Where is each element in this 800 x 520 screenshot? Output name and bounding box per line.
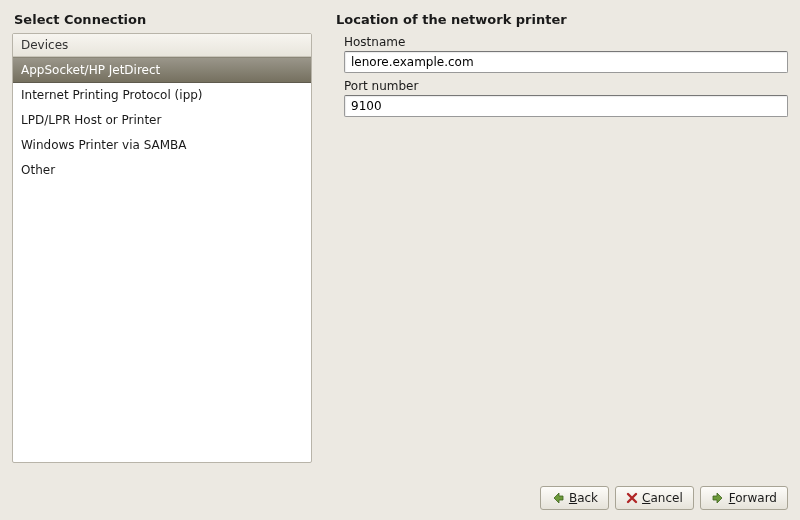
cancel-button-label: Cancel: [642, 491, 683, 505]
connection-panel: Select Connection Devices AppSocket/HP J…: [12, 12, 312, 463]
location-title: Location of the network printer: [336, 12, 788, 27]
forward-button-label: Forward: [729, 491, 777, 505]
device-item-other[interactable]: Other: [13, 158, 311, 183]
port-row: Port number: [336, 79, 788, 117]
connection-title: Select Connection: [12, 12, 312, 27]
device-item-appsocket[interactable]: AppSocket/HP JetDirect: [13, 57, 311, 83]
device-list[interactable]: Devices AppSocket/HP JetDirect Internet …: [12, 33, 312, 463]
hostname-row: Hostname: [336, 35, 788, 73]
close-icon: [626, 492, 638, 504]
arrow-right-icon: [711, 491, 725, 505]
device-item-samba[interactable]: Windows Printer via SAMBA: [13, 133, 311, 158]
arrow-left-icon: [551, 491, 565, 505]
device-list-header[interactable]: Devices: [13, 34, 311, 57]
port-label: Port number: [344, 79, 788, 93]
device-item-ipp[interactable]: Internet Printing Protocol (ipp): [13, 83, 311, 108]
dialog-button-bar: Back Cancel Forward: [540, 486, 788, 510]
hostname-label: Hostname: [344, 35, 788, 49]
cancel-button[interactable]: Cancel: [615, 486, 694, 510]
port-input[interactable]: [344, 95, 788, 117]
forward-button[interactable]: Forward: [700, 486, 788, 510]
printer-location-panel: Location of the network printer Hostname…: [336, 12, 788, 463]
hostname-input[interactable]: [344, 51, 788, 73]
back-button-label: Back: [569, 491, 598, 505]
dialog-content: Select Connection Devices AppSocket/HP J…: [0, 0, 800, 475]
back-button[interactable]: Back: [540, 486, 609, 510]
device-item-lpd[interactable]: LPD/LPR Host or Printer: [13, 108, 311, 133]
